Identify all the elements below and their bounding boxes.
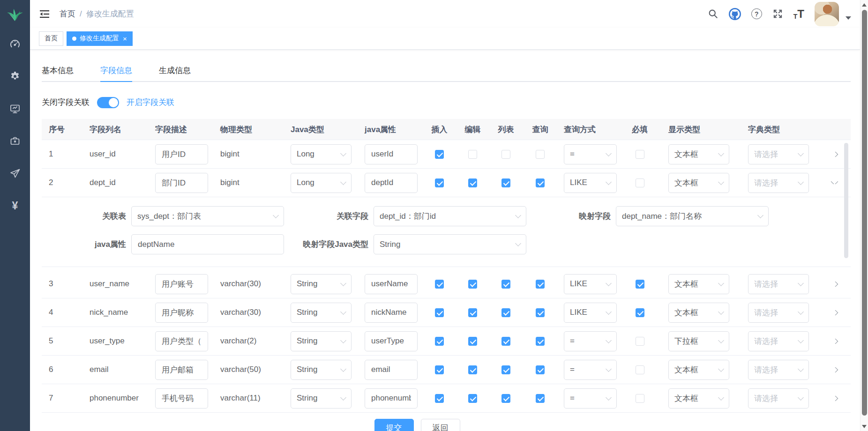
insert-checkbox[interactable]	[435, 337, 444, 346]
list-checkbox[interactable]	[501, 150, 510, 159]
insert-checkbox[interactable]	[435, 308, 444, 317]
java-type-select[interactable]: String	[291, 388, 352, 409]
dict-type-select[interactable]: 请选择	[748, 303, 809, 323]
insert-checkbox[interactable]	[435, 150, 444, 159]
query-type-select[interactable]: =	[564, 360, 617, 380]
java-type-select[interactable]: String	[291, 331, 352, 351]
expand-row-icon[interactable]	[831, 339, 838, 344]
insert-checkbox[interactable]	[435, 178, 444, 187]
sidebar-item-send[interactable]	[9, 168, 21, 179]
java-field-input[interactable]	[365, 360, 418, 380]
query-type-select[interactable]: LIKE	[564, 274, 617, 294]
query-type-select[interactable]: =	[564, 331, 617, 351]
scroll-up-arrow-icon[interactable]	[862, 3, 867, 7]
list-checkbox[interactable]	[501, 394, 510, 403]
relation-switch[interactable]	[97, 97, 119, 108]
tag-home[interactable]: 首页	[39, 31, 63, 46]
edit-checkbox[interactable]	[468, 178, 477, 187]
relation-on-label[interactable]: 开启字段关联	[127, 97, 174, 108]
edit-checkbox[interactable]	[468, 308, 477, 317]
query-type-select[interactable]: =	[564, 388, 617, 409]
column-desc-input[interactable]	[155, 331, 208, 351]
java-type-select[interactable]: Long	[291, 144, 352, 164]
dict-type-select[interactable]: 请选择	[748, 331, 809, 351]
required-checkbox[interactable]	[636, 365, 644, 374]
sidebar-item-dashboard[interactable]	[9, 38, 21, 50]
column-desc-input[interactable]	[155, 274, 208, 294]
chevron-down-icon[interactable]	[846, 16, 851, 20]
sidebar-item-system[interactable]	[9, 71, 21, 82]
back-button[interactable]: 返回	[421, 419, 460, 431]
java-field-input[interactable]	[365, 274, 418, 294]
edit-checkbox[interactable]	[468, 150, 477, 159]
tab-basic-info[interactable]: 基本信息	[42, 60, 74, 81]
tab-field-info[interactable]: 字段信息	[100, 60, 132, 81]
java-field-input[interactable]	[365, 303, 418, 323]
scroll-down-arrow-icon[interactable]	[862, 425, 867, 428]
insert-checkbox[interactable]	[435, 365, 444, 374]
dict-type-select[interactable]: 请选择	[748, 388, 809, 409]
query-checkbox[interactable]	[536, 150, 545, 159]
tag-close-icon[interactable]: ×	[123, 35, 127, 42]
required-checkbox[interactable]	[636, 178, 644, 187]
html-type-select[interactable]: 文本框	[668, 144, 729, 164]
java-type-select[interactable]: Long	[291, 173, 352, 193]
list-checkbox[interactable]	[501, 280, 510, 289]
column-desc-input[interactable]	[155, 144, 208, 164]
expand-row-icon[interactable]	[831, 367, 838, 372]
font-size-icon[interactable]: TT	[793, 8, 804, 20]
avatar[interactable]	[815, 2, 839, 26]
required-checkbox[interactable]	[636, 337, 644, 346]
sidebar-item-finance[interactable]: ¥	[9, 200, 21, 211]
query-checkbox[interactable]	[536, 337, 545, 346]
expand-row-icon[interactable]	[831, 152, 838, 157]
java-field-input[interactable]	[365, 173, 418, 193]
dict-type-select[interactable]: 请选择	[748, 173, 809, 193]
table-scrollbar-thumb[interactable]	[844, 143, 848, 258]
expand-row-icon[interactable]	[831, 310, 838, 315]
java-attr-input[interactable]	[131, 234, 284, 254]
submit-button[interactable]: 提交	[374, 419, 414, 431]
query-checkbox[interactable]	[536, 365, 545, 374]
dict-type-select[interactable]: 请选择	[748, 360, 809, 380]
edit-checkbox[interactable]	[468, 337, 477, 346]
sidebar-item-tool[interactable]	[9, 135, 21, 147]
dict-type-select[interactable]: 请选择	[748, 274, 809, 294]
app-logo-icon[interactable]	[5, 6, 25, 25]
expand-row-icon[interactable]	[831, 181, 838, 184]
java-type-select[interactable]: String	[291, 303, 352, 323]
mapping-java-type-select[interactable]: String	[374, 234, 526, 254]
dict-type-select[interactable]: 请选择	[748, 144, 809, 164]
relation-field-select[interactable]: dept_id：部门id	[374, 206, 526, 226]
page-scrollbar-thumb[interactable]	[862, 10, 867, 416]
list-checkbox[interactable]	[501, 337, 510, 346]
tab-generate-info[interactable]: 生成信息	[159, 60, 191, 81]
column-desc-input[interactable]	[155, 388, 208, 409]
required-checkbox[interactable]	[636, 150, 644, 159]
sidebar-fold-icon[interactable]	[39, 8, 50, 20]
expand-row-icon[interactable]	[831, 282, 838, 287]
insert-checkbox[interactable]	[435, 394, 444, 403]
html-type-select[interactable]: 下拉框	[668, 331, 729, 351]
edit-checkbox[interactable]	[468, 394, 477, 403]
html-type-select[interactable]: 文本框	[668, 303, 729, 323]
query-type-select[interactable]: LIKE	[564, 303, 617, 323]
required-checkbox[interactable]	[636, 280, 644, 289]
list-checkbox[interactable]	[501, 365, 510, 374]
column-desc-input[interactable]	[155, 360, 208, 380]
java-field-input[interactable]	[365, 331, 418, 351]
query-type-select[interactable]: LIKE	[564, 173, 617, 193]
query-checkbox[interactable]	[536, 394, 545, 403]
breadcrumb-home[interactable]: 首页	[60, 8, 75, 19]
column-desc-input[interactable]	[155, 173, 208, 193]
required-checkbox[interactable]	[636, 308, 644, 317]
query-checkbox[interactable]	[536, 308, 545, 317]
mapping-field-select[interactable]: dept_name：部门名称	[616, 206, 769, 226]
relation-table-select[interactable]: sys_dept：部门表	[131, 206, 284, 226]
edit-checkbox[interactable]	[468, 365, 477, 374]
column-desc-input[interactable]	[155, 303, 208, 323]
sidebar-item-monitor[interactable]	[9, 103, 21, 114]
expand-row-icon[interactable]	[831, 396, 838, 401]
edit-checkbox[interactable]	[468, 280, 477, 289]
fullscreen-icon[interactable]	[772, 8, 783, 19]
